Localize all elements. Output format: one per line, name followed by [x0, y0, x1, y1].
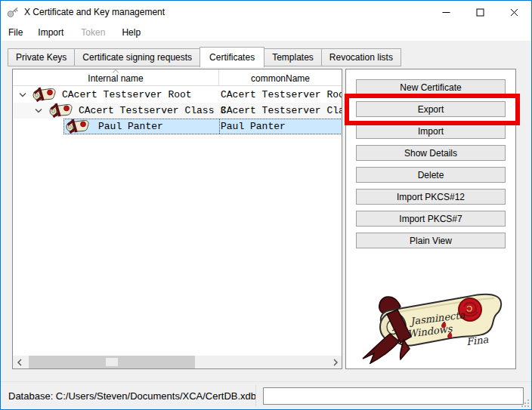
- chevron-right-icon: [333, 359, 338, 366]
- tab-certificate-signing-requests[interactable]: Certificate signing requests: [74, 48, 200, 66]
- tree-column-header: Internal name commonName: [13, 69, 342, 86]
- tab-revocation-lists[interactable]: Revocation lists: [321, 48, 401, 66]
- window-controls: [429, 1, 531, 23]
- horizontal-scrollbar[interactable]: [13, 356, 342, 368]
- menu-token: Token: [81, 27, 105, 38]
- delete-button[interactable]: Delete: [356, 167, 506, 183]
- chevron-down-icon[interactable]: [19, 92, 26, 97]
- scrollbar-grip: [106, 358, 118, 366]
- action-button-panel: New Certificate Export Import Show Detai…: [345, 69, 516, 369]
- key-icon: [7, 6, 19, 18]
- common-name-cell: Paul Panter: [221, 121, 342, 132]
- internal-name-cell: Paul Panter: [98, 121, 163, 132]
- certificate-scroll-icon: [47, 103, 74, 118]
- plain-view-button[interactable]: Plain View: [356, 233, 506, 248]
- tab-templates[interactable]: Templates: [264, 48, 322, 66]
- scroll-left-button[interactable]: [13, 356, 26, 368]
- xca-scroll-logo: Jasminecta Windows Fina: [354, 287, 509, 364]
- xca-window: X Certificate and Key management File Im…: [0, 0, 532, 410]
- menu-help[interactable]: Help: [122, 27, 141, 38]
- menu-import[interactable]: Import: [38, 27, 63, 38]
- tree-row-cacert-class3[interactable]: CAcert Testserver Class 3 CAcert Testser…: [14, 103, 341, 119]
- certificate-scroll-icon: [63, 119, 91, 134]
- scrollbar-thumb[interactable]: [29, 356, 195, 368]
- title-bar[interactable]: X Certificate and Key management: [1, 1, 531, 23]
- tree-row-paul-panter[interactable]: Paul Panter Paul Panter: [14, 119, 341, 134]
- maximize-button[interactable]: [463, 1, 497, 23]
- import-pkcs7-button[interactable]: Import PKCS#7: [356, 211, 506, 227]
- menu-file[interactable]: File: [8, 27, 23, 38]
- tab-bar: Private Keys Certificate signing request…: [8, 47, 401, 66]
- status-bar: Database: C:/Users/Steven/Documents/XCA/…: [1, 381, 531, 409]
- common-name-cell: CAcert Testserver Root: [221, 89, 342, 100]
- certificate-tree: Internal name commonName CAcert Testserv…: [12, 69, 342, 369]
- close-icon: [510, 8, 518, 17]
- resize-grip[interactable]: [521, 399, 530, 408]
- new-certificate-button[interactable]: New Certificate: [356, 79, 506, 95]
- search-input[interactable]: [263, 387, 524, 405]
- import-pkcs12-button[interactable]: Import PKCS#12: [356, 189, 506, 205]
- internal-name-cell: CAcert Testserver Root: [62, 89, 192, 100]
- close-button[interactable]: [497, 1, 531, 23]
- internal-name-cell: CAcert Testserver Class 3: [79, 105, 226, 116]
- minimize-icon: [442, 8, 450, 17]
- show-details-button[interactable]: Show Details: [356, 145, 506, 161]
- import-button[interactable]: Import: [356, 123, 506, 139]
- minimize-button[interactable]: [429, 1, 463, 23]
- chevron-down-icon[interactable]: [35, 108, 42, 113]
- common-name-cell: CAcert Testserver Class 3: [221, 105, 342, 116]
- sort-ascending-caret-icon: [112, 69, 119, 73]
- tab-private-keys[interactable]: Private Keys: [8, 48, 75, 66]
- scroll-right-button[interactable]: [329, 356, 342, 368]
- column-header-common-name[interactable]: commonName: [218, 69, 342, 86]
- maximize-icon: [476, 8, 484, 17]
- tab-certificates[interactable]: Certificates: [200, 47, 264, 67]
- window-title: X Certificate and Key management: [24, 7, 165, 17]
- chevron-left-icon: [17, 359, 22, 366]
- menu-bar: File Import Token Help: [1, 23, 531, 41]
- tree-row-cacert-root[interactable]: CAcert Testserver Root CAcert Testserver…: [14, 87, 341, 103]
- statusbar-divider: [255, 385, 256, 406]
- selection-column-divider: [219, 119, 220, 134]
- logo-text-line3: Fina: [466, 334, 489, 347]
- database-path-label: Database: C:/Users/Steven/Documents/XCA/…: [8, 382, 256, 409]
- certificate-scroll-icon: [30, 87, 57, 102]
- export-button[interactable]: Export: [356, 101, 506, 117]
